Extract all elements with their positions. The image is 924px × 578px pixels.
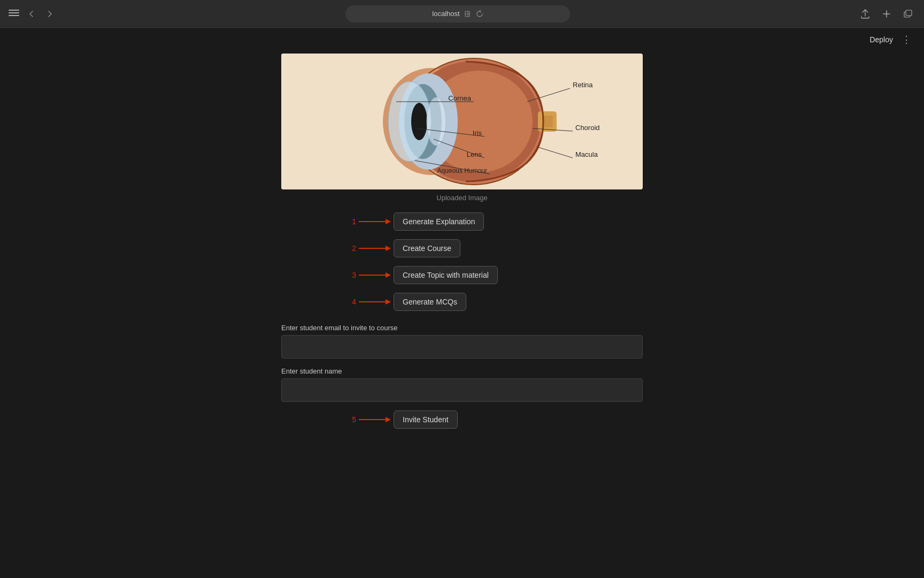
browser-chrome: localhost — [0, 0, 924, 28]
arrow-icon-2 — [359, 244, 391, 253]
arrow-icon-3 — [359, 271, 391, 279]
student-name-input[interactable] — [281, 378, 643, 402]
sidebar-toggle-button[interactable] — [9, 10, 19, 18]
svg-text:Iris: Iris — [473, 129, 482, 137]
svg-point-13 — [427, 97, 446, 146]
step-arrow-2 — [356, 244, 394, 253]
student-email-input[interactable] — [281, 335, 643, 359]
invite-row: 5 Invite Student — [281, 410, 643, 429]
step-number-2: 2 — [281, 244, 356, 253]
step-number-3: 3 — [281, 271, 356, 279]
address-bar[interactable]: localhost — [345, 5, 570, 22]
svg-marker-39 — [386, 417, 391, 422]
step-number-4: 4 — [281, 298, 356, 306]
address-bar-container: localhost — [64, 5, 851, 22]
step-row-1: 1 Generate Explanation — [281, 212, 643, 231]
svg-text:Lens: Lens — [467, 150, 482, 158]
forward-button[interactable] — [43, 6, 58, 21]
step-arrow-1 — [356, 217, 394, 226]
inputs-section: Enter student email to invite to course … — [281, 315, 643, 402]
svg-text:Retina: Retina — [573, 81, 593, 89]
arrow-icon-5 — [359, 415, 391, 424]
svg-text:Choroid: Choroid — [575, 124, 600, 132]
share-button[interactable] — [858, 6, 873, 21]
back-button[interactable] — [24, 6, 38, 21]
generate-mcqs-button[interactable]: Generate MCQs — [394, 293, 466, 311]
toolbar-row: Deploy ⋮ — [0, 28, 924, 51]
step-row-4: 4 Generate MCQs — [281, 293, 643, 311]
email-label: Enter student email to invite to course — [281, 324, 643, 332]
create-course-button[interactable]: Create Course — [394, 239, 460, 257]
image-container: Cornea Iris Lens Aqueous Humour Retina — [281, 54, 643, 202]
step-arrow-4 — [356, 298, 394, 306]
browser-controls-left — [9, 6, 58, 21]
more-options-button[interactable]: ⋮ — [902, 34, 911, 45]
browser-controls-right — [858, 6, 915, 21]
image-caption: Uploaded Image — [436, 194, 487, 202]
step-arrow-3 — [356, 271, 394, 279]
svg-marker-37 — [386, 299, 391, 305]
invite-step-number: 5 — [281, 415, 356, 424]
svg-point-12 — [411, 103, 427, 140]
steps-section: 1 Generate Explanation 2 Create Cou — [281, 212, 643, 311]
invite-step-arrow — [356, 415, 394, 424]
svg-marker-31 — [386, 219, 391, 224]
svg-marker-33 — [386, 246, 391, 251]
name-label: Enter student name — [281, 367, 643, 375]
arrow-icon-4 — [359, 298, 391, 306]
svg-text:Cornea: Cornea — [448, 94, 471, 102]
step-number-1: 1 — [281, 217, 356, 226]
svg-marker-35 — [386, 272, 391, 278]
svg-text:Macula: Macula — [575, 150, 598, 158]
svg-rect-2 — [906, 10, 912, 16]
refresh-icon[interactable] — [476, 10, 483, 18]
url-text: localhost — [432, 10, 459, 18]
generate-explanation-button[interactable]: Generate Explanation — [394, 212, 484, 231]
eye-anatomy-svg: Cornea Iris Lens Aqueous Humour Retina — [281, 54, 643, 189]
create-topic-button[interactable]: Create Topic with material — [394, 266, 498, 284]
svg-text:Aqueous Humour: Aqueous Humour — [437, 167, 487, 174]
step-row-3: 3 Create Topic with material — [281, 266, 643, 284]
step-row-2: 2 Create Course — [281, 239, 643, 257]
translate-icon — [464, 10, 473, 18]
main-content: Cornea Iris Lens Aqueous Humour Retina — [0, 51, 924, 578]
invite-student-button[interactable]: Invite Student — [394, 410, 458, 429]
eye-diagram: Cornea Iris Lens Aqueous Humour Retina — [281, 54, 643, 189]
tabs-button[interactable] — [900, 6, 915, 21]
deploy-button[interactable]: Deploy — [869, 35, 893, 44]
arrow-icon-1 — [359, 217, 391, 226]
new-tab-button[interactable] — [879, 6, 894, 21]
address-bar-icons — [464, 10, 483, 18]
